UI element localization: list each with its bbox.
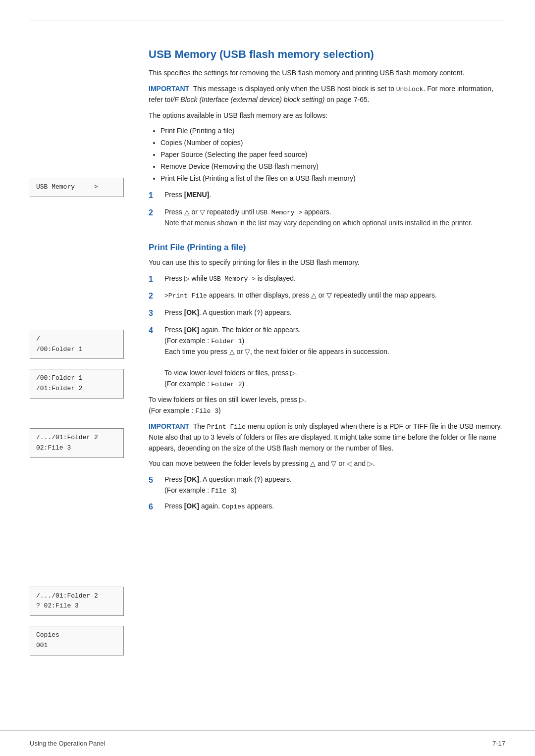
print-file-step-1: 1 Press ▷ while USB Memory > is displaye… <box>149 273 505 286</box>
step-subtext: (For example : File 3) <box>164 486 237 494</box>
lower-level-text: To view folders or files on still lower … <box>149 395 505 416</box>
step-content: Press [OK] again. The folder or file app… <box>164 325 505 390</box>
print-file-step-6: 6 Press [OK] again. Copies appears. <box>149 501 505 513</box>
step-content: Press ▷ while USB Memory > is displayed. <box>164 273 505 286</box>
step-content: Press △ or ▽ repeatedly until USB Memory… <box>164 207 505 229</box>
step-subtext: Each time you press △ or ▽, the next fol… <box>164 348 389 355</box>
list-item: Paper Source (Selecting the paper feed s… <box>160 150 505 160</box>
left-column: USB Memory > / /00:Folder 1 /00:Folder 1… <box>30 20 144 661</box>
lcd-copies: Copies 001 <box>30 626 124 655</box>
move-between-text: You can move between the folder levels b… <box>149 458 505 469</box>
step-content: >Print File appears. In other displays, … <box>164 290 505 302</box>
print-file-step-4: 4 Press [OK] again. The folder or file a… <box>149 325 505 390</box>
list-item: Remove Device (Removing the USB flash me… <box>160 161 505 172</box>
lcd-usb-memory: USB Memory > <box>30 178 124 197</box>
footer-right: 7-17 <box>492 740 505 747</box>
lcd-folder2: /.../01:Folder 2 02:File 3 <box>30 428 124 458</box>
footer: Using the Operation Panel 7-17 <box>0 730 535 756</box>
print-file-intro: You can use this to specify printing for… <box>149 257 505 268</box>
list-item: Copies (Number of copies) <box>160 138 505 148</box>
step-number: 4 <box>149 325 160 390</box>
important-block: IMPORTANT This message is displayed only… <box>149 84 505 105</box>
step-subtext: (For example : Folder 1) <box>164 337 244 345</box>
step-1: 1 Press [MENU]. <box>149 190 505 202</box>
footer-left: Using the Operation Panel <box>30 740 105 747</box>
lcd-folder1: / /00:Folder 1 <box>30 330 124 359</box>
options-intro: The options available in USB flash memor… <box>149 110 505 121</box>
step-number: 5 <box>149 474 160 496</box>
step-content: Press [OK]. A question mark (?) appears.… <box>164 474 505 496</box>
important-print-file: IMPORTANT The Print File menu option is … <box>149 421 505 454</box>
step-number: 2 <box>149 290 160 302</box>
section-title: USB Memory (USB flash memory selection) <box>149 48 505 61</box>
lcd-question: /.../01:Folder 2 ? 02:File 3 <box>30 587 124 616</box>
important-label: IMPORTANT <box>149 85 189 93</box>
step-content: Press [MENU]. <box>164 190 505 202</box>
step-2: 2 Press △ or ▽ repeatedly until USB Memo… <box>149 207 505 229</box>
content-area: USB Memory > / /00:Folder 1 /00:Folder 1… <box>0 20 535 661</box>
step-content: Press [OK]. A question mark (?) appears. <box>164 307 505 320</box>
step-number: 2 <box>149 207 160 229</box>
if-block-link: I/F Block (Interface (external device) b… <box>170 96 324 103</box>
print-file-step-5: 5 Press [OK]. A question mark (?) appear… <box>149 474 505 496</box>
page: USB Memory > / /00:Folder 1 /00:Folder 1… <box>0 0 535 756</box>
step-number: 3 <box>149 307 160 320</box>
step-number: 1 <box>149 273 160 286</box>
step-content: Press [OK] again. Copies appears. <box>164 501 505 513</box>
options-list: Print File (Printing a file) Copies (Num… <box>160 126 505 184</box>
important-label-2: IMPORTANT <box>149 422 189 430</box>
print-file-step-3: 3 Press [OK]. A question mark (?) appear… <box>149 307 505 320</box>
step-number: 1 <box>149 190 160 202</box>
subsection-title: Print File (Printing a file) <box>149 243 505 252</box>
lcd-folder1b: /00:Folder 1 /01:Folder 2 <box>30 369 124 399</box>
list-item: Print File (Printing a file) <box>160 126 505 136</box>
step-number: 6 <box>149 501 160 513</box>
step-subtext: Note that menus shown in the list may va… <box>164 219 473 227</box>
print-file-step-2: 2 >Print File appears. In other displays… <box>149 290 505 302</box>
list-item: Print File List (Printing a list of the … <box>160 173 505 184</box>
step-subtext: To view lower-level folders or files, pr… <box>164 369 298 388</box>
right-column: USB Memory (USB flash memory selection) … <box>144 20 505 661</box>
intro-para: This specifies the settings for removing… <box>149 68 505 79</box>
